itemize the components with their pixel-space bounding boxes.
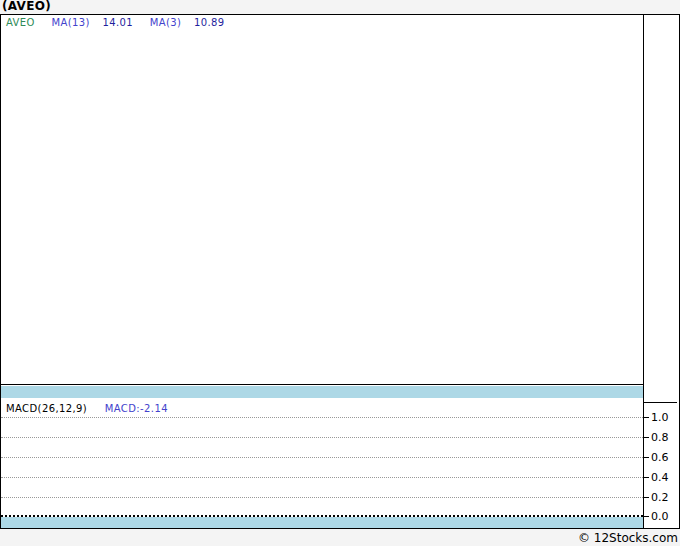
axis-tick-label: 1.0 [651,412,677,423]
macd-indicator-label: MACD(26,12,9) [6,403,87,414]
ma13-label: MA(13) [51,17,89,28]
macd-panel-legend: MACD(26,12,9) MACD:-2.14 [6,403,168,414]
axis-tick [643,497,649,498]
ma3-value: 10.89 [194,17,225,28]
copyright-text: © 12Stocks.com [578,530,678,546]
stock-chart-page: { "header": { "title": "(AVEO)" }, "pric… [0,0,680,546]
price-panel-bottom-border [1,384,643,385]
separator-band-top [1,386,643,398]
price-panel-legend: AVEO MA(13) 14.01 MA(3) 10.89 [6,17,225,28]
gridline [1,437,643,438]
axis-tick-label: 0.2 [651,492,677,503]
footer-bar: © 12Stocks.com [0,529,680,546]
axis-tick-label: 0.0 [651,511,677,522]
gridline [1,497,643,498]
gridline [1,417,643,418]
right-axis-line [643,15,644,528]
gridline [1,477,643,478]
macd-indicator-value: MACD:-2.14 [105,403,168,414]
title-bar: (AVEO) [0,0,680,14]
axis-tick [643,417,649,418]
axis-tick [643,516,649,517]
axis-column-divider [643,402,677,403]
axis-tick-label: 0.4 [651,472,677,483]
axis-tick [643,477,649,478]
separator-band-bottom [1,517,643,528]
ma13-value: 14.01 [102,17,133,28]
symbol-label: AVEO [6,17,35,28]
axis-tick-label: 0.8 [651,432,677,443]
gridline [1,457,643,458]
chart-frame: AVEO MA(13) 14.01 MA(3) 10.89 MACD(26,12… [0,14,680,529]
axis-tick [643,437,649,438]
axis-tick-label: 0.6 [651,452,677,463]
ma3-label: MA(3) [150,17,182,28]
axis-tick [643,457,649,458]
page-title: (AVEO) [2,0,51,13]
